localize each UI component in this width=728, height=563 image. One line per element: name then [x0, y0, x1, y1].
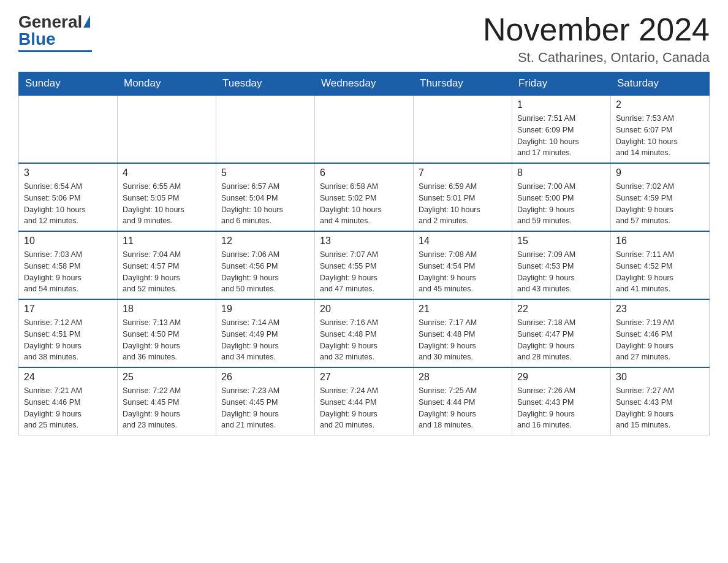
calendar-cell: 18Sunrise: 7:13 AMSunset: 4:50 PMDayligh…	[118, 299, 216, 367]
day-number: 26	[221, 372, 309, 383]
calendar-cell: 28Sunrise: 7:25 AMSunset: 4:44 PMDayligh…	[414, 367, 512, 435]
day-info: Sunrise: 7:51 AMSunset: 6:09 PMDaylight:…	[517, 113, 605, 159]
calendar-header-tuesday: Tuesday	[216, 72, 315, 96]
calendar-cell	[118, 95, 216, 163]
logo-underline	[18, 50, 92, 52]
day-number: 19	[221, 304, 309, 315]
day-info: Sunrise: 7:16 AMSunset: 4:48 PMDaylight:…	[320, 317, 408, 363]
day-info: Sunrise: 7:17 AMSunset: 4:48 PMDaylight:…	[419, 317, 507, 363]
calendar-cell	[19, 95, 118, 163]
day-number: 4	[123, 167, 211, 178]
calendar-cell: 17Sunrise: 7:12 AMSunset: 4:51 PMDayligh…	[19, 299, 118, 367]
logo: General Blue	[18, 12, 92, 52]
day-info: Sunrise: 7:21 AMSunset: 4:46 PMDaylight:…	[24, 385, 112, 431]
month-title: November 2024	[483, 12, 710, 47]
day-info: Sunrise: 7:14 AMSunset: 4:49 PMDaylight:…	[221, 317, 309, 363]
day-number: 15	[517, 236, 605, 247]
calendar-cell: 19Sunrise: 7:14 AMSunset: 4:49 PMDayligh…	[216, 299, 315, 367]
logo-triangle-icon	[83, 15, 90, 28]
day-number: 20	[320, 304, 408, 315]
day-info: Sunrise: 7:06 AMSunset: 4:56 PMDaylight:…	[221, 249, 309, 295]
day-info: Sunrise: 6:54 AMSunset: 5:06 PMDaylight:…	[24, 181, 112, 227]
day-info: Sunrise: 7:04 AMSunset: 4:57 PMDaylight:…	[123, 249, 211, 295]
calendar-cell: 23Sunrise: 7:19 AMSunset: 4:46 PMDayligh…	[611, 299, 710, 367]
day-number: 18	[123, 304, 211, 315]
calendar-table: SundayMondayTuesdayWednesdayThursdayFrid…	[18, 72, 710, 435]
day-info: Sunrise: 7:07 AMSunset: 4:55 PMDaylight:…	[320, 249, 408, 295]
day-number: 10	[24, 236, 112, 247]
day-info: Sunrise: 7:26 AMSunset: 4:43 PMDaylight:…	[517, 385, 605, 431]
calendar-cell: 8Sunrise: 7:00 AMSunset: 5:00 PMDaylight…	[512, 163, 611, 231]
day-number: 24	[24, 372, 112, 383]
calendar-cell: 11Sunrise: 7:04 AMSunset: 4:57 PMDayligh…	[118, 231, 216, 299]
day-number: 12	[221, 236, 309, 247]
day-info: Sunrise: 6:57 AMSunset: 5:04 PMDaylight:…	[221, 181, 309, 227]
calendar-week-2: 3Sunrise: 6:54 AMSunset: 5:06 PMDaylight…	[19, 163, 710, 231]
calendar-cell	[414, 95, 512, 163]
calendar-cell: 27Sunrise: 7:24 AMSunset: 4:44 PMDayligh…	[315, 367, 414, 435]
calendar-cell: 20Sunrise: 7:16 AMSunset: 4:48 PMDayligh…	[315, 299, 414, 367]
calendar-cell: 5Sunrise: 6:57 AMSunset: 5:04 PMDaylight…	[216, 163, 315, 231]
calendar-cell: 25Sunrise: 7:22 AMSunset: 4:45 PMDayligh…	[118, 367, 216, 435]
day-info: Sunrise: 7:02 AMSunset: 4:59 PMDaylight:…	[616, 181, 704, 227]
calendar-header-saturday: Saturday	[611, 72, 710, 96]
day-number: 2	[616, 99, 704, 110]
logo-blue-text: Blue	[18, 29, 56, 49]
day-info: Sunrise: 6:58 AMSunset: 5:02 PMDaylight:…	[320, 181, 408, 227]
day-number: 13	[320, 236, 408, 247]
day-number: 21	[419, 304, 507, 315]
day-info: Sunrise: 7:24 AMSunset: 4:44 PMDaylight:…	[320, 385, 408, 431]
day-number: 9	[616, 167, 704, 178]
day-info: Sunrise: 7:22 AMSunset: 4:45 PMDaylight:…	[123, 385, 211, 431]
calendar-cell: 7Sunrise: 6:59 AMSunset: 5:01 PMDaylight…	[414, 163, 512, 231]
calendar-cell: 6Sunrise: 6:58 AMSunset: 5:02 PMDaylight…	[315, 163, 414, 231]
calendar-cell	[315, 95, 414, 163]
day-info: Sunrise: 7:13 AMSunset: 4:50 PMDaylight:…	[123, 317, 211, 363]
calendar-cell: 24Sunrise: 7:21 AMSunset: 4:46 PMDayligh…	[19, 367, 118, 435]
day-info: Sunrise: 7:11 AMSunset: 4:52 PMDaylight:…	[616, 249, 704, 295]
calendar-header-sunday: Sunday	[19, 72, 118, 96]
day-info: Sunrise: 7:08 AMSunset: 4:54 PMDaylight:…	[419, 249, 507, 295]
calendar-cell: 13Sunrise: 7:07 AMSunset: 4:55 PMDayligh…	[315, 231, 414, 299]
day-number: 25	[123, 372, 211, 383]
day-info: Sunrise: 6:55 AMSunset: 5:05 PMDaylight:…	[123, 181, 211, 227]
day-number: 27	[320, 372, 408, 383]
day-info: Sunrise: 7:27 AMSunset: 4:43 PMDaylight:…	[616, 385, 704, 431]
day-info: Sunrise: 7:00 AMSunset: 5:00 PMDaylight:…	[517, 181, 605, 227]
day-info: Sunrise: 7:25 AMSunset: 4:44 PMDaylight:…	[419, 385, 507, 431]
day-info: Sunrise: 7:03 AMSunset: 4:58 PMDaylight:…	[24, 249, 112, 295]
day-info: Sunrise: 7:12 AMSunset: 4:51 PMDaylight:…	[24, 317, 112, 363]
day-number: 16	[616, 236, 704, 247]
day-number: 3	[24, 167, 112, 178]
day-info: Sunrise: 7:53 AMSunset: 6:07 PMDaylight:…	[616, 113, 704, 159]
day-number: 6	[320, 167, 408, 178]
calendar-header-friday: Friday	[512, 72, 611, 96]
calendar-cell	[216, 95, 315, 163]
calendar-header-monday: Monday	[118, 72, 216, 96]
calendar-header-thursday: Thursday	[414, 72, 512, 96]
calendar-header-wednesday: Wednesday	[315, 72, 414, 96]
calendar-cell: 21Sunrise: 7:17 AMSunset: 4:48 PMDayligh…	[414, 299, 512, 367]
calendar-cell: 15Sunrise: 7:09 AMSunset: 4:53 PMDayligh…	[512, 231, 611, 299]
page-header: General Blue November 2024 St. Catharine…	[18, 12, 710, 66]
day-number: 5	[221, 167, 309, 178]
calendar-week-3: 10Sunrise: 7:03 AMSunset: 4:58 PMDayligh…	[19, 231, 710, 299]
day-number: 11	[123, 236, 211, 247]
day-number: 1	[517, 99, 605, 110]
day-number: 7	[419, 167, 507, 178]
calendar-cell: 12Sunrise: 7:06 AMSunset: 4:56 PMDayligh…	[216, 231, 315, 299]
day-info: Sunrise: 7:18 AMSunset: 4:47 PMDaylight:…	[517, 317, 605, 363]
location-title: St. Catharines, Ontario, Canada	[483, 50, 710, 66]
calendar-week-4: 17Sunrise: 7:12 AMSunset: 4:51 PMDayligh…	[19, 299, 710, 367]
calendar-cell: 3Sunrise: 6:54 AMSunset: 5:06 PMDaylight…	[19, 163, 118, 231]
calendar-cell: 26Sunrise: 7:23 AMSunset: 4:45 PMDayligh…	[216, 367, 315, 435]
day-info: Sunrise: 6:59 AMSunset: 5:01 PMDaylight:…	[419, 181, 507, 227]
calendar-cell: 10Sunrise: 7:03 AMSunset: 4:58 PMDayligh…	[19, 231, 118, 299]
day-number: 17	[24, 304, 112, 315]
calendar-cell: 16Sunrise: 7:11 AMSunset: 4:52 PMDayligh…	[611, 231, 710, 299]
calendar-cell: 22Sunrise: 7:18 AMSunset: 4:47 PMDayligh…	[512, 299, 611, 367]
day-info: Sunrise: 7:23 AMSunset: 4:45 PMDaylight:…	[221, 385, 309, 431]
calendar-cell: 1Sunrise: 7:51 AMSunset: 6:09 PMDaylight…	[512, 95, 611, 163]
calendar-cell: 30Sunrise: 7:27 AMSunset: 4:43 PMDayligh…	[611, 367, 710, 435]
day-number: 30	[616, 372, 704, 383]
